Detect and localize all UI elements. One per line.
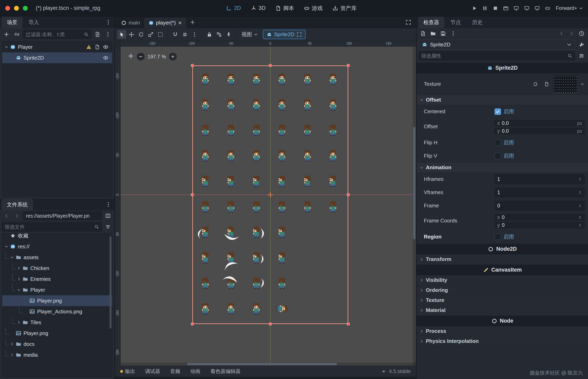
section-ordering[interactable]: Ordering [417,285,588,295]
mode-tab-3d[interactable]: 3D [247,3,269,13]
new-resource-button[interactable] [419,29,427,38]
sprite2d-context-button[interactable]: Sprite2D [263,30,306,39]
vframes-field[interactable]: 1 [495,188,585,197]
texture-reload-button[interactable] [531,80,540,89]
selection-handle[interactable] [347,193,350,196]
filesystem-scrollbar[interactable] [110,236,112,329]
scene-filter-input[interactable] [26,32,82,37]
section-physics-interpolation[interactable]: Physics Interpolation [417,336,588,346]
scene-more-button[interactable] [103,30,112,39]
grid-snap-button[interactable] [181,30,189,39]
minimize-window-button[interactable] [14,6,19,11]
section-visibility[interactable]: Visibility [417,275,588,285]
resource-menu-button[interactable] [449,29,458,38]
offset-x-field[interactable]: x0.0px [495,120,585,126]
play-scene-button[interactable] [512,4,521,13]
attach-script-button[interactable] [93,30,102,39]
move-tool-button[interactable] [127,30,136,39]
tab-node[interactable]: 节点 [445,17,466,28]
texture-script-button[interactable] [542,80,551,89]
scene-dock-menu-button[interactable] [104,18,113,27]
bottom-panel-[interactable]: 着色器编辑器 [210,366,251,377]
rotate-tool-button[interactable] [137,30,146,39]
filesystem-menu-button[interactable] [104,200,113,209]
selection-handle[interactable] [269,323,272,326]
scene-node-item-player[interactable]: Player [2,42,112,52]
tab-scene[interactable]: 场景 [2,17,22,28]
zoom-out-button[interactable] [137,53,145,61]
file-item-tiles[interactable]: Tiles [2,317,112,328]
zoom-level[interactable]: 197.7 % [148,54,166,60]
file-item-enemies[interactable]: Enemies [2,274,112,284]
mode-tab-游戏[interactable]: 游戏 [301,3,326,14]
pause-button[interactable] [480,4,489,13]
distraction-free-button[interactable] [404,18,413,27]
file-item-player[interactable]: Player [2,284,112,295]
file-item-player-png[interactable]: Player.png [2,328,112,339]
scene-node-item-sprite2d[interactable]: Sprite2D [2,52,112,63]
mode-tab-资产库[interactable]: 资产库 [329,3,360,14]
bottom-panel-[interactable]: 输出 [120,366,145,377]
history-back-button[interactable] [557,29,566,38]
flip-h-checkbox[interactable] [495,140,501,146]
snap-menu-button[interactable] [190,30,199,39]
pin-button[interactable] [224,30,233,39]
group-animation[interactable]: Animation [417,163,588,173]
remote-debug-button[interactable] [543,4,552,13]
mode-tab-脚本[interactable]: 脚本 [272,3,297,14]
bottom-panel-[interactable]: 音频 [170,366,190,377]
file-item-assets[interactable]: assets [2,252,112,263]
add-node-button[interactable] [2,30,11,39]
select-tool-button[interactable] [117,30,126,39]
offset-y-field[interactable]: y0.0px [495,128,585,134]
tab-inspector[interactable]: 检查器 [418,17,444,28]
flip-v-checkbox[interactable] [495,153,501,159]
frame-stepper[interactable] [578,204,582,208]
instance-scene-button[interactable] [13,30,21,39]
frame-field[interactable]: 0 [495,201,585,211]
deploy-button[interactable] [533,4,542,13]
bottom-panel-[interactable]: 调试器 [145,366,170,377]
fs-back-button[interactable] [2,211,11,220]
tab-history[interactable]: 历史 [467,17,488,28]
group-button[interactable] [215,30,223,39]
selection-handle[interactable] [347,64,350,67]
texture-preview[interactable] [554,75,578,93]
new-scene-tab-button[interactable] [187,18,198,27]
tab-import[interactable]: 导入 [23,17,44,28]
selection-handle[interactable] [191,64,194,67]
selection-handle[interactable] [191,323,194,326]
file-item-chicken[interactable]: Chicken [2,263,112,274]
selection-handle[interactable] [269,64,272,67]
section-texture[interactable]: Texture [417,295,588,305]
close-window-button[interactable] [5,6,10,11]
group-offset[interactable]: Offset [417,95,588,105]
frame-coords-y-stepper[interactable] [578,223,582,227]
close-tab-icon[interactable] [178,21,182,25]
fs-path[interactable]: res://assets/Player/Player.pn [23,211,102,220]
vframes-stepper[interactable] [578,190,582,195]
hframes-stepper[interactable] [578,177,582,181]
section-material[interactable]: Material [417,305,588,315]
history-button[interactable] [577,29,586,38]
file-item-player-actions-png[interactable]: Player_Actions.png [2,306,112,317]
section-transform[interactable]: Transform [417,254,588,264]
center-view-button[interactable] [128,53,134,61]
file-item-player-png[interactable]: Player.png [2,295,112,306]
fs-filter-input[interactable] [5,224,92,230]
node-selector[interactable]: Sprite2D [419,40,575,49]
object-options-button[interactable] [577,40,586,49]
vertical-scrollbar[interactable] [413,127,415,239]
centered-checkbox[interactable] [495,108,501,115]
stop-button[interactable] [491,4,500,13]
play-button[interactable] [470,4,479,13]
frame-coords-y-field[interactable]: y0 [495,222,585,228]
zoom-window-button[interactable] [23,6,28,11]
texture-dropdown-button[interactable] [580,82,585,87]
region-checkbox[interactable] [495,234,501,240]
property-options-button[interactable] [577,51,586,60]
view-menu-button[interactable]: 视图 [239,29,260,40]
save-resource-button[interactable] [439,29,448,38]
tab-filesystem[interactable]: 文件系统 [2,199,33,210]
zoom-in-button[interactable] [169,53,177,61]
